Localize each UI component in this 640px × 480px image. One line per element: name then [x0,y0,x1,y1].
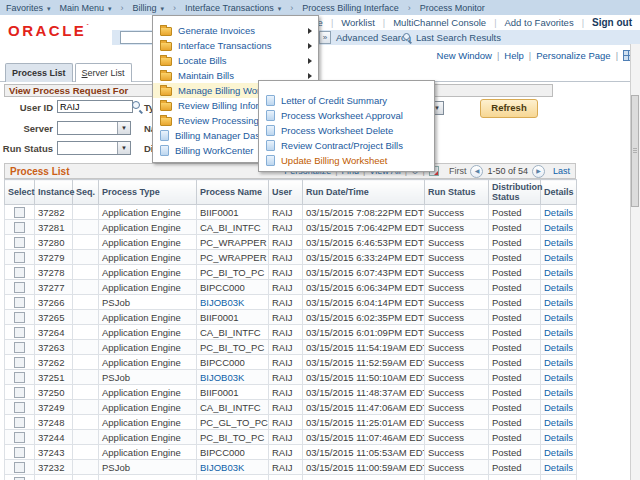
details-link[interactable]: Details [544,237,573,248]
submenu-item-process-worksheet-delete[interactable]: Process Worksheet Delete [259,123,434,138]
tab-server-list[interactable]: Server List [75,63,132,82]
multichannel-console-link[interactable]: MultiChannel Console [393,17,486,28]
process-name-link[interactable]: BIJOB03K [200,297,244,308]
row-checkbox[interactable] [14,222,25,233]
menu-item-locate-bills[interactable]: Locate Bills [153,53,318,68]
previous-page-icon[interactable]: ◀ [470,165,483,178]
details-link[interactable]: Details [544,297,573,308]
details-link[interactable]: Details [544,207,573,218]
help-link[interactable]: Help [504,50,524,61]
submenu-item-update-billing-worksheet[interactable]: Update Billing Worksheet [259,153,434,168]
details-link[interactable]: Details [544,327,573,338]
process-name-cell: PC_GL_TO_PC [197,415,269,430]
user-id-input[interactable] [57,100,133,113]
details-link[interactable]: Details [544,222,573,233]
row-checkbox[interactable] [14,252,25,263]
menu-item-interface-transactions[interactable]: Interface Transactions [153,38,318,53]
chevron-down-icon[interactable]: ▼ [117,122,130,134]
sign-out-link[interactable]: Sign out [592,17,632,28]
details-link[interactable]: Details [544,357,573,368]
refresh-button[interactable]: Refresh [480,99,538,118]
column-header-run-date-time[interactable]: Run Date/Time [303,180,425,205]
next-page-icon[interactable]: ▶ [532,165,545,178]
details-link[interactable]: Details [544,267,573,278]
details-link[interactable]: Details [544,342,573,353]
column-header-user[interactable]: User [269,180,303,205]
submenu-item-process-worksheet-approval[interactable]: Process Worksheet Approval [259,108,434,123]
row-checkbox[interactable] [14,237,25,248]
details-link[interactable]: Details [544,252,573,263]
pagination-last[interactable]: Last [553,166,570,176]
process-name-link[interactable]: BIJOB03K [200,372,244,383]
last-search-results-link[interactable]: Last Search Results [416,32,501,43]
details-link[interactable]: Details [544,372,573,383]
user-id-lookup-icon[interactable] [132,101,143,112]
submenu-item-letter-of-credit-summary[interactable]: Letter of Credit Summary [259,93,434,108]
row-checkbox[interactable] [14,402,25,413]
row-checkbox[interactable] [14,282,25,293]
vertical-scrollbar-thumb[interactable] [631,95,639,207]
row-checkbox[interactable] [14,267,25,278]
breadcrumb-item-process-monitor[interactable]: Process Monitor [420,3,485,13]
distribution-status-cell: Posted [489,445,541,460]
run-status-select[interactable]: ▼ [57,141,131,155]
row-checkbox[interactable] [14,417,25,428]
menu-item-generate-invoices[interactable]: Generate Invoices [153,23,318,38]
row-checkbox[interactable] [14,312,25,323]
column-header-instance[interactable]: Instance [35,180,73,205]
details-link[interactable]: Details [544,447,573,458]
breadcrumb-item-favorites[interactable]: Favorites▾ [6,3,51,13]
details-link[interactable]: Details [544,432,573,443]
breadcrumb-item-billing[interactable]: Billing▾ [133,3,165,13]
column-header-process-type[interactable]: Process Type [99,180,197,205]
breadcrumb-label: Favorites [6,3,43,13]
breadcrumb-item-interface-transactions[interactable]: Interface Transactions▾ [185,3,281,13]
row-checkbox[interactable] [14,477,25,480]
column-header-run-status[interactable]: Run Status [425,180,489,205]
advanced-search-link[interactable]: Advanced Search [336,32,411,43]
row-checkbox[interactable] [14,432,25,443]
run-datetime-cell: 03/15/2015 11:00:59AM EDT [303,460,425,475]
column-header-distribution-status[interactable]: Distribution Status [489,180,541,205]
distribution-status-cell: Posted [489,235,541,250]
row-checkbox[interactable] [14,372,25,383]
run-status-cell: Success [425,295,489,310]
column-header-seq[interactable]: Seq. [73,180,99,205]
row-checkbox[interactable] [14,462,25,473]
add-to-favorites-link[interactable]: Add to Favorites [504,17,573,28]
seq-cell [73,295,99,310]
column-header-process-name[interactable]: Process Name [197,180,269,205]
details-link[interactable]: Details [544,417,573,428]
row-checkbox[interactable] [14,342,25,353]
row-checkbox[interactable] [14,387,25,398]
row-checkbox[interactable] [14,207,25,218]
process-type-cell: PSJob [99,370,197,385]
personalize-page-link[interactable]: Personalize Page [536,50,610,61]
distribution-status-cell: Posted [489,295,541,310]
breadcrumb-item-main-menu[interactable]: Main Menu▾ [60,3,112,13]
column-header-select[interactable]: Select [5,180,35,205]
submenu-arrow-icon [308,28,312,34]
details-link[interactable]: Details [544,387,573,398]
column-header-details[interactable]: Details [541,180,577,205]
details-link[interactable]: Details [544,282,573,293]
tab-process-list[interactable]: Process List [5,63,73,82]
server-select[interactable]: ▼ [57,121,131,135]
run-datetime-cell: 03/15/2015 6:06:34PM EDT [303,280,425,295]
row-checkbox[interactable] [14,327,25,338]
details-link[interactable]: Details [544,462,573,473]
pagination-first[interactable]: First [449,166,467,176]
worklist-link[interactable]: Worklist [341,17,375,28]
submenu-item-review-contract-project-bills[interactable]: Review Contract/Project Bills [259,138,434,153]
breadcrumb-item-process-billing-interface[interactable]: Process Billing Interface [302,3,399,13]
row-checkbox[interactable] [14,447,25,458]
process-name-link[interactable]: BIJOB03K [200,462,244,473]
chevron-down-icon[interactable]: ▼ [117,142,130,154]
user-cell: RAIJ [269,295,303,310]
details-link[interactable]: Details [544,312,573,323]
search-go-button[interactable]: » [319,31,331,44]
new-window-link[interactable]: New Window [437,50,492,61]
row-checkbox[interactable] [14,297,25,308]
row-checkbox[interactable] [14,357,25,368]
details-link[interactable]: Details [544,402,573,413]
